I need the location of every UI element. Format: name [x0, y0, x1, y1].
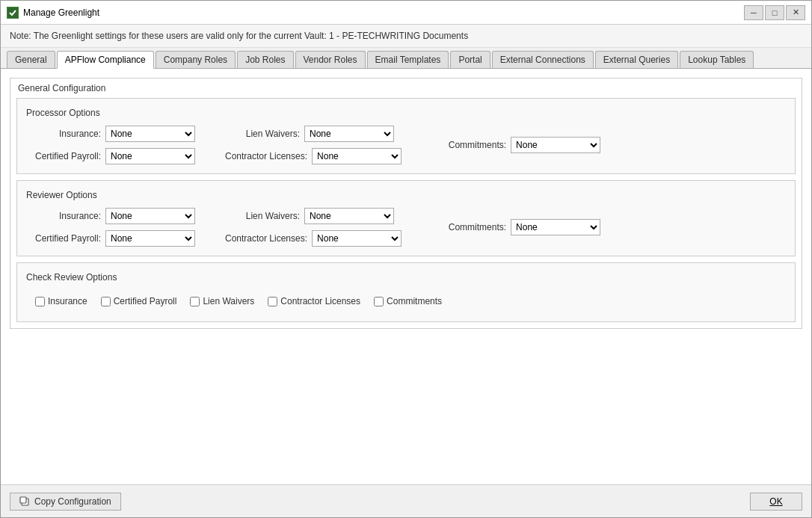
copy-configuration-label: Copy Configuration: [34, 496, 111, 507]
minimize-button[interactable]: ─: [744, 5, 763, 20]
reviewer-contractor-licenses-row: Contractor Licenses: None: [225, 230, 402, 247]
reviewer-lien-waivers-select[interactable]: None: [304, 208, 394, 224]
svg-rect-0: [7, 7, 18, 18]
reviewer-commitments-select[interactable]: None: [511, 219, 600, 235]
check-insurance-item: Insurance: [35, 296, 87, 306]
bottom-bar: Copy Configuration OK: [1, 484, 811, 517]
tab-company-roles[interactable]: Company Roles: [156, 51, 236, 68]
reviewer-commitments-row: Commitments: None: [431, 219, 600, 235]
processor-options-title: Processor Options: [26, 108, 786, 126]
reviewer-certified-payroll-select[interactable]: None: [105, 230, 195, 247]
tab-portal[interactable]: Portal: [450, 51, 490, 68]
general-config-title: General Configuration: [10, 78, 802, 98]
processor-lien-waivers-select[interactable]: None: [304, 126, 394, 142]
copy-icon: [19, 496, 30, 507]
general-config-section: General Configuration Processor Options …: [10, 78, 802, 329]
reviewer-lien-waivers-row: Lien Waivers: None: [225, 208, 402, 224]
reviewer-insurance-row: Insurance: None: [26, 208, 195, 224]
tab-lookup-tables[interactable]: Lookup Tables: [680, 51, 754, 68]
title-bar-controls: ─ □ ✕: [744, 5, 805, 20]
check-review-section: Check Review Options Insurance Certified…: [16, 262, 796, 322]
check-review-title: Check Review Options: [26, 272, 786, 290]
copy-configuration-button[interactable]: Copy Configuration: [10, 493, 121, 511]
check-commitments-checkbox[interactable]: [374, 297, 384, 306]
svg-rect-2: [20, 497, 26, 503]
processor-commitments-row: Commitments: None: [431, 137, 600, 153]
processor-lien-waivers-row: Lien Waivers: None: [225, 126, 402, 142]
check-insurance-label: Insurance: [48, 296, 87, 306]
reviewer-certified-payroll-label: Certified Payroll:: [26, 233, 101, 244]
check-certified-payroll-checkbox[interactable]: [101, 297, 111, 306]
check-lien-waivers-label: Lien Waivers: [203, 296, 254, 306]
tabs-bar: General APFlow Compliance Company Roles …: [1, 48, 811, 69]
app-icon: [7, 7, 19, 19]
tab-external-queries[interactable]: External Queries: [595, 51, 678, 68]
window-title: Manage Greenlight: [23, 7, 99, 18]
check-commitments-item: Commitments: [374, 296, 442, 306]
check-lien-waivers-checkbox[interactable]: [190, 297, 200, 306]
reviewer-certified-payroll-row: Certified Payroll: None: [26, 230, 195, 247]
restore-button[interactable]: □: [765, 5, 784, 20]
processor-commitments-select[interactable]: None: [511, 137, 600, 153]
processor-contractor-licenses-row: Contractor Licenses: None: [225, 148, 402, 164]
check-contractor-licenses-label: Contractor Licenses: [280, 296, 360, 306]
reviewer-insurance-label: Insurance:: [26, 211, 101, 221]
check-commitments-label: Commitments: [387, 296, 442, 306]
check-contractor-licenses-checkbox[interactable]: [268, 297, 277, 306]
processor-certified-payroll-select[interactable]: None: [105, 148, 195, 164]
note-bar: Note: The Greenlight settings for these …: [1, 25, 811, 48]
check-certified-payroll-item: Certified Payroll: [101, 296, 177, 306]
ok-button[interactable]: OK: [750, 493, 802, 511]
reviewer-options-title: Reviewer Options: [26, 190, 786, 208]
tab-external-connections[interactable]: External Connections: [492, 51, 594, 68]
check-insurance-checkbox[interactable]: [35, 297, 45, 306]
check-certified-payroll-label: Certified Payroll: [114, 296, 177, 306]
reviewer-commitments-label: Commitments:: [431, 222, 506, 232]
reviewer-options-section: Reviewer Options Insurance: None Certifi…: [16, 180, 796, 256]
tab-vendor-roles[interactable]: Vendor Roles: [295, 51, 366, 68]
note-text: Note: The Greenlight settings for these …: [10, 31, 468, 41]
processor-contractor-licenses-select[interactable]: None: [312, 148, 402, 164]
reviewer-lien-waivers-label: Lien Waivers:: [225, 211, 300, 221]
tab-job-roles[interactable]: Job Roles: [237, 51, 293, 68]
processor-certified-payroll-label: Certified Payroll:: [26, 151, 101, 161]
processor-commitments-label: Commitments:: [431, 140, 506, 150]
reviewer-insurance-select[interactable]: None: [105, 208, 195, 224]
check-contractor-licenses-item: Contractor Licenses: [268, 296, 360, 306]
title-bar-left: Manage Greenlight: [7, 7, 99, 19]
close-button[interactable]: ✕: [786, 5, 805, 20]
check-review-checkboxes: Insurance Certified Payroll Lien Waivers…: [26, 290, 786, 312]
processor-lien-waivers-label: Lien Waivers:: [225, 129, 300, 139]
processor-insurance-label: Insurance:: [26, 129, 101, 139]
processor-certified-payroll-row: Certified Payroll: None: [26, 148, 195, 164]
check-lien-waivers-item: Lien Waivers: [190, 296, 254, 306]
tab-email-templates[interactable]: Email Templates: [367, 51, 449, 68]
reviewer-contractor-licenses-select[interactable]: None: [312, 230, 402, 247]
main-window: Manage Greenlight ─ □ ✕ Note: The Greenl…: [0, 0, 812, 518]
reviewer-contractor-licenses-label: Contractor Licenses:: [225, 233, 307, 244]
processor-insurance-select[interactable]: None: [105, 126, 195, 142]
title-bar: Manage Greenlight ─ □ ✕: [1, 1, 811, 25]
tab-apflow-compliance[interactable]: APFlow Compliance: [57, 51, 154, 69]
processor-options-section: Processor Options Insurance: None: [16, 98, 796, 174]
processor-insurance-row: Insurance: None: [26, 126, 195, 142]
tab-general[interactable]: General: [7, 51, 55, 68]
processor-contractor-licenses-label: Contractor Licenses:: [225, 151, 307, 161]
content-area: General Configuration Processor Options …: [1, 69, 811, 484]
